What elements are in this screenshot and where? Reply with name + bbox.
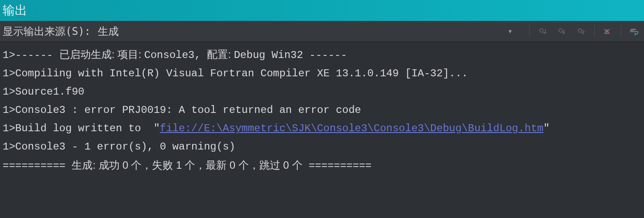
toolbar-separator	[529, 25, 530, 37]
output-line: ========== 生成: 成功 0 个，失败 1 个，最新 0 个，跳过 0…	[3, 156, 641, 175]
find-message-icon[interactable]	[535, 24, 551, 38]
panel-title: 输出	[3, 2, 27, 19]
output-line: 1>Build log written to "file://E:\Asymme…	[3, 119, 641, 138]
build-log-link[interactable]: file://E:\Asymmetric\SJK\Console3\Consol…	[160, 123, 544, 134]
output-line: 1>Source1.f90	[3, 83, 641, 101]
svg-point-2	[578, 29, 582, 32]
word-wrap-icon[interactable]: ab	[627, 24, 642, 38]
svg-point-0	[540, 29, 543, 32]
toolbar-separator	[621, 25, 621, 37]
dropdown-selected-value: 生成	[98, 24, 119, 38]
chevron-down-icon[interactable]: ▼	[505, 27, 515, 36]
output-toolbar: 显示输出来源(S): 生成 ▼ ab	[0, 21, 644, 42]
toolbar-separator	[594, 25, 595, 37]
output-line: 1>Compiling with Intel(R) Visual Fortran…	[3, 65, 641, 83]
clear-all-icon[interactable]	[600, 24, 616, 38]
output-source-label: 显示输出来源(S):	[3, 24, 91, 38]
output-text-area[interactable]: 1>------ 已启动生成: 项目: Console3, 配置: Debug …	[0, 42, 644, 218]
output-line: 1>------ 已启动生成: 项目: Console3, 配置: Debug …	[3, 45, 641, 65]
svg-text:ab: ab	[630, 29, 634, 33]
output-line: 1>Console3 - 1 error(s), 0 warning(s)	[3, 138, 641, 156]
output-source-dropdown[interactable]: 生成	[98, 24, 119, 38]
output-line: 1>Console3 : error PRJ0019: A tool retur…	[3, 101, 641, 119]
svg-point-1	[559, 29, 562, 32]
prev-message-icon[interactable]	[554, 24, 570, 38]
next-message-icon[interactable]	[573, 24, 589, 38]
panel-title-bar: 输出	[0, 0, 644, 21]
